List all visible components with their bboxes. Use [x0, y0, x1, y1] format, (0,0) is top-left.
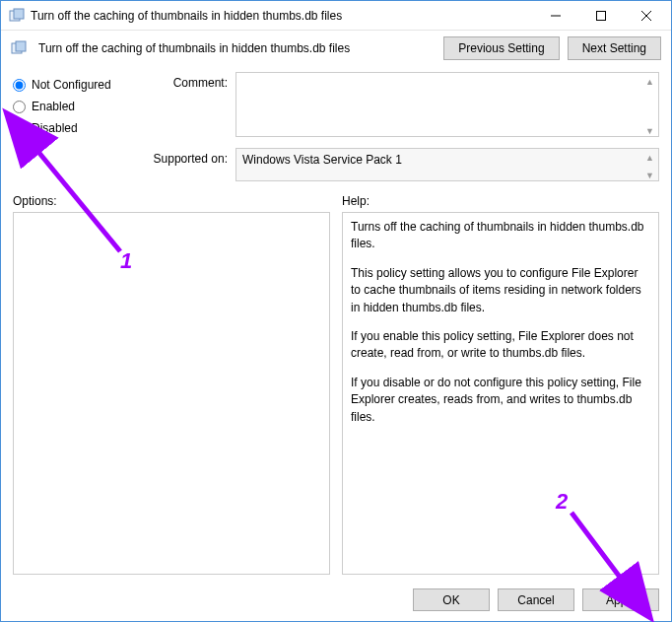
- ok-button[interactable]: OK: [413, 588, 490, 611]
- help-paragraph: This policy setting allows you to config…: [351, 265, 650, 316]
- comment-input[interactable]: [235, 72, 659, 137]
- close-button[interactable]: [624, 1, 669, 31]
- radio-enabled[interactable]: Enabled: [13, 100, 141, 113]
- comment-wrap: ▲ ▼: [235, 72, 659, 140]
- minimize-button[interactable]: [533, 1, 578, 31]
- options-pane: [13, 212, 330, 575]
- radio-enabled-input[interactable]: [13, 101, 26, 113]
- comment-label: Comment:: [153, 72, 228, 90]
- window-controls: [533, 1, 669, 31]
- panes: Turns off the caching of thumbnails in h…: [1, 212, 671, 581]
- config-row: Not Configured Enabled Disabled Comment:…: [1, 66, 671, 184]
- next-setting-button[interactable]: Next Setting: [568, 36, 661, 60]
- svg-rect-7: [16, 41, 26, 51]
- scroll-up-icon[interactable]: ▲: [641, 73, 658, 90]
- maximize-button[interactable]: [578, 1, 624, 31]
- svg-rect-1: [14, 9, 24, 19]
- help-paragraph: Turns off the caching of thumbnails in h…: [351, 219, 650, 253]
- help-pane: Turns off the caching of thumbnails in h…: [342, 212, 659, 575]
- supported-wrap: ▲ ▼: [235, 148, 659, 184]
- dialog-window: Turn off the caching of thumbnails in hi…: [0, 0, 672, 622]
- supported-row: Supported on: ▲ ▼: [153, 148, 659, 184]
- radio-disabled-input[interactable]: [13, 122, 26, 135]
- titlebar: Turn off the caching of thumbnails in hi…: [1, 1, 671, 31]
- fields-column: Comment: ▲ ▼ Supported on: ▲ ▼: [153, 72, 659, 184]
- radio-not-configured-input[interactable]: [13, 79, 26, 92]
- supported-value: [235, 148, 659, 181]
- footer: OK Cancel Apply: [1, 581, 671, 621]
- radio-disabled-label: Disabled: [32, 121, 78, 135]
- scroll-down-icon[interactable]: ▼: [641, 167, 658, 183]
- toolbar: Turn off the caching of thumbnails in hi…: [1, 31, 671, 66]
- help-label: Help:: [342, 194, 659, 208]
- options-label: Options:: [13, 194, 330, 208]
- policy-name: Turn off the caching of thumbnails in hi…: [34, 41, 436, 55]
- scroll-up-icon[interactable]: ▲: [641, 149, 658, 166]
- svg-rect-3: [597, 11, 606, 20]
- help-paragraph: If you enable this policy setting, File …: [351, 328, 650, 363]
- previous-setting-button[interactable]: Previous Setting: [443, 36, 559, 60]
- state-radio-group: Not Configured Enabled Disabled: [13, 72, 141, 184]
- policy-icon: [9, 8, 25, 24]
- apply-button[interactable]: Apply: [582, 588, 659, 611]
- radio-not-configured-label: Not Configured: [32, 78, 111, 92]
- supported-label: Supported on:: [153, 148, 228, 166]
- scroll-down-icon[interactable]: ▼: [641, 122, 658, 139]
- radio-enabled-label: Enabled: [32, 100, 75, 113]
- radio-not-configured[interactable]: Not Configured: [13, 78, 141, 92]
- window-title: Turn off the caching of thumbnails in hi…: [31, 9, 533, 23]
- help-paragraph: If you disable or do not configure this …: [351, 375, 650, 426]
- policy-icon: [11, 40, 27, 56]
- radio-disabled[interactable]: Disabled: [13, 121, 141, 135]
- comment-row: Comment: ▲ ▼: [153, 72, 659, 140]
- pane-labels: Options: Help:: [1, 184, 671, 212]
- cancel-button[interactable]: Cancel: [498, 588, 574, 611]
